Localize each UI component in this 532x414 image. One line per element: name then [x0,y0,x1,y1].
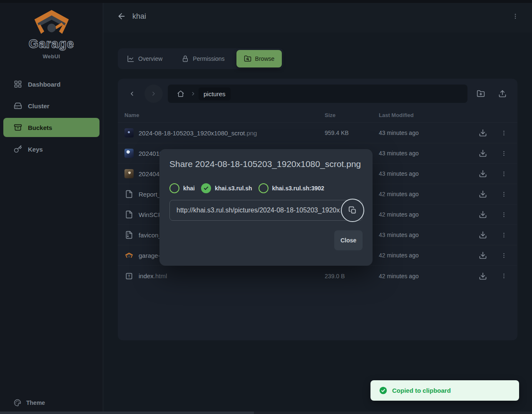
file-size: 239.0 B [325,273,379,279]
radio-checked-icon [201,183,211,193]
download-button[interactable] [477,209,488,220]
domain-option-khai-s3-3902[interactable]: khai.s3.rul.sh:3902 [259,183,324,193]
hard-drive-icon [14,102,22,110]
download-button[interactable] [477,250,488,261]
kebab-icon [501,273,507,279]
page-title: khai [132,12,146,21]
file-extension: .png [245,130,257,137]
sidebar-item-buckets[interactable]: Buckets [3,118,99,137]
line-chart-icon [127,55,134,62]
arrow-left-icon [117,12,126,21]
breadcrumb-home-button[interactable] [174,87,188,101]
download-button[interactable] [477,271,488,282]
key-icon [14,145,22,153]
sidebar-item-keys[interactable]: Keys [3,140,99,159]
copy-url-button[interactable] [341,199,364,222]
kebab-icon [501,232,507,238]
file-modified: 43 minutes ago [379,150,462,157]
radio-unchecked-icon [169,183,179,193]
sidebar-item-cluster[interactable]: Cluster [3,96,99,115]
kebab-icon [501,252,507,259]
sidebar-item-label: Buckets [28,124,52,131]
upload-icon [498,90,507,98]
download-button[interactable] [477,229,488,240]
kebab-icon [501,130,507,136]
download-button[interactable] [477,148,488,159]
row-menu-button[interactable] [498,127,509,138]
close-button[interactable]: Close [334,230,363,250]
radio-label: khai.s3.rul.sh:3902 [272,185,324,192]
sidebar-item-label: Dashboard [28,81,60,88]
table-header: Name Size Last Modified [118,108,517,123]
radio-label: khai.s3.rul.sh [215,185,252,192]
download-icon [479,149,487,157]
bucket-archive-icon [14,123,22,132]
horizontal-scrollbar-thumb[interactable] [0,412,254,414]
share-dialog: Share 2024-08-18-105203_1920x1080_scrot.… [159,149,373,266]
toast-message: Copied to clipboard [392,387,451,394]
brand-title: Garage [29,37,74,51]
history-back-button[interactable] [124,86,139,101]
new-folder-button[interactable] [472,85,489,102]
file-modified: 43 minutes ago [379,130,462,136]
domain-option-khai[interactable]: khai [169,183,195,193]
tab-label: Browse [255,55,275,62]
download-button[interactable] [477,127,488,138]
upload-button[interactable] [494,85,511,102]
breadcrumb-separator-icon [190,91,196,97]
table-row[interactable]: 2024-08-18-105203_1920x1080_scrot.png 95… [118,123,517,143]
download-button[interactable] [477,189,488,200]
chevron-left-icon [129,90,135,97]
download-icon [479,129,487,137]
download-icon [479,190,487,198]
theme-label: Theme [26,399,45,406]
download-icon [479,210,487,219]
chevron-right-icon [150,90,157,97]
image-thumbnail [124,128,134,137]
breadcrumb-item-pictures[interactable]: pictures [199,87,231,100]
breadcrumb: pictures [168,85,467,103]
tab-overview[interactable]: Overview [119,50,170,67]
download-icon [479,170,487,178]
bucket-tabs: Overview Permissions [118,48,283,69]
file-icon [124,190,134,199]
download-button[interactable] [477,168,488,179]
share-url-row [169,200,363,221]
history-forward-button[interactable] [144,85,163,103]
back-button[interactable] [116,10,127,22]
kebab-icon [501,150,507,157]
row-menu-button[interactable] [498,168,509,179]
share-url-input[interactable] [169,200,363,221]
file-modified: 42 minutes ago [379,252,462,259]
download-icon [479,231,487,239]
window-top-edge [0,0,532,3]
domain-option-khai-s3[interactable]: khai.s3.rul.sh [201,183,252,193]
table-row[interactable]: T index.html 239.0 B 42 minutes ago [118,266,517,286]
file-modified: 42 minutes ago [379,191,462,197]
file-name: 2024-08-18-105203_1920x1080_scrot [139,130,245,137]
kebab-icon [512,13,519,20]
grid-icon [14,80,22,88]
tab-label: Permissions [193,55,224,62]
theme-toggle[interactable]: Theme [0,399,103,407]
file-modified: 42 minutes ago [379,211,462,218]
folder-plus-icon [477,90,485,98]
browser-toolbar: pictures [118,79,517,108]
row-menu-button[interactable] [498,189,509,200]
column-header-size: Size [325,112,379,118]
row-menu-button[interactable] [498,229,509,240]
row-menu-button[interactable] [498,148,509,159]
row-menu-button[interactable] [498,271,509,282]
page-header: khai [103,0,532,32]
row-menu-button[interactable] [498,250,509,261]
tab-permissions[interactable]: Permissions [174,50,232,67]
radio-unchecked-icon [259,183,268,193]
row-menu-button[interactable] [498,209,509,220]
sidebar-item-dashboard[interactable]: Dashboard [3,75,99,94]
tab-browse[interactable]: Browse [236,50,282,67]
brand-subtitle: WebUI [42,53,60,60]
kebab-icon [501,171,507,177]
file-icon [124,210,134,219]
header-menu-button[interactable] [509,10,522,23]
garage-logo-icon [33,9,70,35]
